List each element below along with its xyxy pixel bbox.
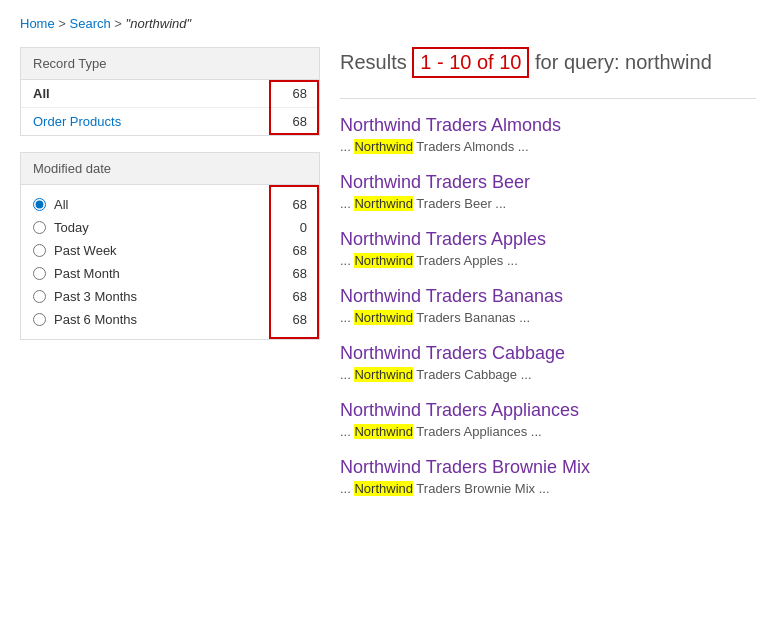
result-title[interactable]: Northwind Traders Bananas <box>340 286 756 307</box>
record-type-orderproducts-row[interactable]: Order Products 68 <box>21 108 319 135</box>
date-filter-past6months-radio[interactable] <box>33 313 46 326</box>
result-item: Northwind Traders Apples ... Northwind T… <box>340 229 756 268</box>
result-snippet: ... Northwind Traders Beer ... <box>340 196 756 211</box>
modified-date-header: Modified date <box>21 153 319 185</box>
date-filter-past3months-radio[interactable] <box>33 290 46 303</box>
record-type-all-row[interactable]: All 68 <box>21 80 319 108</box>
results-query: for query: northwind <box>529 51 711 73</box>
date-filter-past3months-count: 68 <box>293 289 307 304</box>
date-filter-all-count: 68 <box>293 197 307 212</box>
result-snippet: ... Northwind Traders Apples ... <box>340 253 756 268</box>
result-highlight: Northwind <box>354 424 413 439</box>
date-filter-pastweek-radio[interactable] <box>33 244 46 257</box>
result-snippet: ... Northwind Traders Appliances ... <box>340 424 756 439</box>
date-filter-past3months-row: Past 3 Months 68 <box>21 285 319 308</box>
date-filter-past3months-label[interactable]: Past 3 Months <box>54 289 137 304</box>
result-snippet: ... Northwind Traders Brownie Mix ... <box>340 481 756 496</box>
result-highlight: Northwind <box>354 253 413 268</box>
record-type-filter: Record Type All 68 Order Products 68 <box>20 47 320 136</box>
breadcrumb-home[interactable]: Home <box>20 16 55 31</box>
date-filter-pastweek-count: 68 <box>293 243 307 258</box>
page-container: Home > Search > "northwind" Record Type … <box>0 0 776 530</box>
breadcrumb-query: "northwind" <box>126 16 192 31</box>
main-layout: Record Type All 68 Order Products 68 <box>20 47 756 514</box>
result-highlight: Northwind <box>354 481 413 496</box>
result-item: Northwind Traders Appliances ... Northwi… <box>340 400 756 439</box>
result-title[interactable]: Northwind Traders Appliances <box>340 400 756 421</box>
date-filter-all-label[interactable]: All <box>54 197 68 212</box>
result-item: Northwind Traders Cabbage ... Northwind … <box>340 343 756 382</box>
date-filter-past6months-label[interactable]: Past 6 Months <box>54 312 137 327</box>
record-type-orderproducts-label: Order Products <box>33 114 121 129</box>
breadcrumb-sep2: > <box>114 16 125 31</box>
results-range: 1 - 10 of 10 <box>412 47 529 78</box>
result-snippet: ... Northwind Traders Almonds ... <box>340 139 756 154</box>
result-item: Northwind Traders Beer ... Northwind Tra… <box>340 172 756 211</box>
modified-date-body: All 68 Today 0 Past <box>21 185 319 339</box>
result-snippet: ... Northwind Traders Cabbage ... <box>340 367 756 382</box>
record-type-all-count: 68 <box>277 86 307 101</box>
result-highlight: Northwind <box>354 310 413 325</box>
record-type-orderproducts-count: 68 <box>277 114 307 129</box>
result-title[interactable]: Northwind Traders Apples <box>340 229 756 250</box>
date-filter-all-row: All 68 <box>21 193 319 216</box>
result-title[interactable]: Northwind Traders Brownie Mix <box>340 457 756 478</box>
result-title[interactable]: Northwind Traders Almonds <box>340 115 756 136</box>
date-filter-today-row: Today 0 <box>21 216 319 239</box>
date-filter-pastweek-label[interactable]: Past Week <box>54 243 117 258</box>
results-prefix: Results <box>340 51 412 73</box>
date-filter-past6months-row: Past 6 Months 68 <box>21 308 319 331</box>
results-summary: Results 1 - 10 of 10 for query: northwin… <box>340 47 756 78</box>
results-area: Results 1 - 10 of 10 for query: northwin… <box>340 47 756 514</box>
result-title[interactable]: Northwind Traders Cabbage <box>340 343 756 364</box>
results-divider <box>340 98 756 99</box>
date-filter-today-count: 0 <box>300 220 307 235</box>
result-highlight: Northwind <box>354 196 413 211</box>
result-highlight: Northwind <box>354 139 413 154</box>
date-filter-past6months-count: 68 <box>293 312 307 327</box>
result-snippet: ... Northwind Traders Bananas ... <box>340 310 756 325</box>
date-filter-pastmonth-row: Past Month 68 <box>21 262 319 285</box>
breadcrumb-search[interactable]: Search <box>70 16 111 31</box>
date-filter-today-label[interactable]: Today <box>54 220 89 235</box>
date-filter-today-radio[interactable] <box>33 221 46 234</box>
result-item: Northwind Traders Almonds ... Northwind … <box>340 115 756 154</box>
date-filter-pastweek-row: Past Week 68 <box>21 239 319 262</box>
result-highlight: Northwind <box>354 367 413 382</box>
record-type-body: All 68 Order Products 68 <box>21 80 319 135</box>
breadcrumb-sep1: > <box>58 16 69 31</box>
sidebar: Record Type All 68 Order Products 68 <box>20 47 320 514</box>
result-item: Northwind Traders Bananas ... Northwind … <box>340 286 756 325</box>
date-filter-pastmonth-label[interactable]: Past Month <box>54 266 120 281</box>
date-filter-all-radio[interactable] <box>33 198 46 211</box>
breadcrumb: Home > Search > "northwind" <box>20 16 756 31</box>
result-item: Northwind Traders Brownie Mix ... Northw… <box>340 457 756 496</box>
modified-date-filter: Modified date All 68 Today <box>20 152 320 340</box>
date-filter-pastmonth-radio[interactable] <box>33 267 46 280</box>
record-type-all-label: All <box>33 86 50 101</box>
date-filter-pastmonth-count: 68 <box>293 266 307 281</box>
record-type-header: Record Type <box>21 48 319 80</box>
result-title[interactable]: Northwind Traders Beer <box>340 172 756 193</box>
